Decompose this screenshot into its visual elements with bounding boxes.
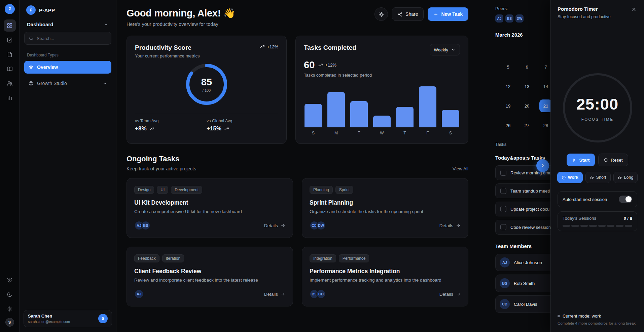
chevron-down-icon (102, 81, 107, 86)
rail-team-button[interactable] (4, 77, 16, 89)
calendar-day-26[interactable]: 26 (499, 118, 517, 133)
task-card: IntegrationPerformancePerformance Metric… (302, 247, 468, 306)
card-subtitle: Your current performance metrics (135, 53, 278, 58)
avatar: AJ (134, 289, 144, 299)
autostart-toggle[interactable] (619, 196, 632, 203)
new-task-button[interactable]: New Task (428, 7, 468, 21)
session-progress-segments (563, 225, 632, 227)
calendar-day-6[interactable]: 6 (517, 59, 536, 75)
rail-dashboard-button[interactable] (4, 19, 16, 32)
rail-analytics-button[interactable] (4, 92, 16, 104)
session-segment (616, 225, 623, 227)
member-name: Carol Davis (514, 302, 537, 307)
ongoing-header: Ongoing Tasks Keep track of your active … (127, 155, 468, 171)
chevron-down-icon (103, 22, 109, 27)
mode-buttons: WorkShortLong (558, 172, 637, 183)
app-name: P-APP (39, 7, 55, 13)
rail-tasks-button[interactable] (4, 34, 16, 46)
play-icon (572, 158, 576, 162)
bar-M-1 (327, 92, 345, 127)
todo-checkbox[interactable] (500, 188, 506, 194)
panel-expand-button[interactable] (536, 159, 549, 172)
icon-rail: S (0, 0, 20, 332)
check-square-icon (7, 37, 13, 43)
bar-label: S (449, 131, 452, 135)
close-button[interactable] (631, 6, 637, 13)
stats-row: Productivity Score +12% Your current per… (127, 36, 468, 144)
details-label: Details (439, 292, 453, 297)
mode-label: Short (596, 175, 606, 180)
mode-button-long[interactable]: Long (613, 172, 638, 183)
session-segment (607, 225, 614, 227)
task-card: PlanningSprintSprint PlanningOrganize an… (302, 178, 468, 238)
reset-label: Reset (611, 158, 622, 163)
period-select[interactable]: Weekly (430, 44, 460, 55)
file-icon (7, 51, 13, 57)
view-all-link[interactable]: View All (453, 166, 468, 171)
page-subtitle: Here's your productivity overview for to… (127, 22, 236, 27)
sidebar-dashboard-switcher[interactable]: Dashboard (24, 22, 111, 27)
section-subtitle: Keep track of your active projects (127, 166, 196, 171)
task-card-title: UI Kit Development (134, 199, 285, 206)
weekly-bar-chart: SMTWTFS (304, 86, 460, 135)
rail-timer-button[interactable] (4, 274, 16, 286)
sidebar-item-growth-studio[interactable]: Growth Studio (24, 77, 111, 90)
bar-box (373, 86, 391, 127)
share-label: Share (405, 11, 418, 17)
calendar-day-19[interactable]: 19 (499, 98, 517, 114)
peer-avatar[interactable]: DW (515, 14, 524, 23)
target-icon (28, 81, 34, 86)
theme-toggle-button[interactable] (374, 7, 388, 21)
mode-button-short[interactable]: Short (585, 172, 611, 183)
details-link[interactable]: Details (439, 223, 461, 228)
share-button[interactable]: Share (392, 7, 424, 21)
todo-checkbox[interactable] (500, 206, 506, 212)
main-header: Good morning, Alex! 👋 Here's your produc… (127, 7, 468, 27)
task-tag: Feedback (134, 254, 159, 262)
user-card[interactable]: Sarah Chen sarah.chen@example.com S (24, 310, 112, 327)
calendar-day-27[interactable]: 27 (517, 118, 536, 133)
avatar: DW (316, 221, 326, 230)
trend-value: +12% (267, 44, 278, 49)
reset-button[interactable]: Reset (598, 154, 628, 166)
eye-icon (28, 65, 34, 70)
rail-user-avatar[interactable]: S (5, 318, 14, 327)
task-card-desc: Implement performance tracking and analy… (310, 278, 461, 283)
grid-icon (7, 23, 13, 29)
sessions-card: Today's Sessions 0 / 8 (558, 211, 637, 231)
user-email: sarah.chen@example.com (28, 320, 70, 324)
details-link[interactable]: Details (439, 292, 461, 297)
calendar-day-5[interactable]: 5 (499, 59, 517, 75)
todo-checkbox[interactable] (500, 224, 506, 230)
sidebar-item-overview[interactable]: Overview (24, 61, 111, 74)
rail-theme-button[interactable] (4, 288, 16, 300)
session-segment (571, 225, 579, 227)
peer-avatar[interactable]: AJ (495, 14, 503, 23)
calendar-day-20[interactable]: 20 (517, 98, 536, 114)
toggle-knob (625, 196, 632, 202)
brand-logo (26, 5, 36, 15)
gear-icon (7, 306, 12, 312)
bar-box (327, 86, 345, 127)
calendar-day-12[interactable]: 12 (499, 79, 517, 94)
search-input[interactable] (37, 36, 107, 41)
mode-button-work[interactable]: Work (557, 172, 583, 183)
todo-checkbox[interactable] (500, 170, 506, 176)
calendar-day-13[interactable]: 13 (517, 79, 536, 94)
assignee-avatars: AJ (134, 289, 144, 299)
details-label: Details (264, 292, 278, 297)
timer-value: 25:00 (576, 95, 618, 113)
rail-settings-button[interactable] (4, 303, 16, 315)
rail-documents-button[interactable] (4, 48, 16, 60)
peer-avatar[interactable]: BS (505, 14, 513, 23)
app-logo[interactable] (5, 4, 15, 14)
stat-value: +15% (207, 125, 221, 132)
task-card-desc: Review and incorporate client feedback i… (134, 278, 285, 283)
task-tags: FeedbackIteration (134, 254, 285, 262)
start-button[interactable]: Start (567, 154, 595, 166)
details-link[interactable]: Details (264, 223, 285, 228)
avatar: BS (500, 278, 510, 288)
rail-library-button[interactable] (4, 63, 16, 75)
details-link[interactable]: Details (264, 292, 285, 297)
task-card-title: Client Feedback Review (134, 268, 285, 275)
